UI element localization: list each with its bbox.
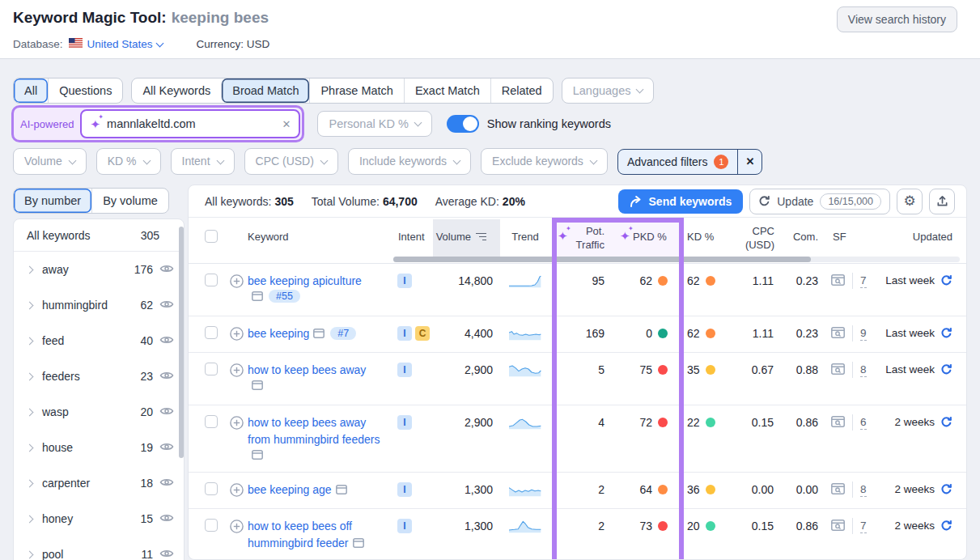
refresh-keyword-icon[interactable]: [940, 363, 952, 375]
send-keywords-button[interactable]: Send keywords: [618, 189, 744, 214]
row-checkbox[interactable]: [205, 274, 218, 286]
add-keyword-icon[interactable]: [230, 416, 244, 433]
row-checkbox[interactable]: [205, 363, 218, 375]
refresh-keyword-icon[interactable]: [940, 483, 952, 495]
filter-exclude-keywords[interactable]: Exclude keywords: [481, 148, 608, 175]
intent-badge-i[interactable]: I: [397, 363, 412, 377]
intent-badge-i[interactable]: I: [397, 415, 412, 430]
ranking-position-badge[interactable]: #55: [269, 290, 300, 303]
all-keywords-header[interactable]: All keywords 305: [14, 219, 184, 252]
intent-badge-i[interactable]: I: [397, 519, 412, 533]
languages-dropdown[interactable]: Languages: [562, 78, 655, 104]
tab-all[interactable]: All: [14, 78, 48, 103]
tab-all-keywords[interactable]: All Keywords: [132, 78, 221, 103]
personal-kd-dropdown[interactable]: Personal KD %: [317, 111, 431, 137]
show-ranking-keywords-toggle[interactable]: [447, 115, 479, 133]
ranking-position-badge[interactable]: #7: [330, 327, 356, 340]
add-keyword-icon[interactable]: [230, 363, 244, 380]
filter-cpc-usd-[interactable]: CPC (USD): [244, 148, 338, 175]
sidebar-group-honey[interactable]: honey15: [14, 501, 184, 537]
advanced-filters-button[interactable]: Advanced filters 1: [618, 150, 738, 174]
update-button[interactable]: Update 16/15,000: [749, 189, 890, 214]
add-keyword-icon[interactable]: [230, 483, 244, 500]
serp-preview-icon[interactable]: [313, 328, 325, 341]
refresh-keyword-icon[interactable]: [940, 327, 952, 339]
eye-toggle-icon[interactable]: [159, 548, 174, 560]
tab-phrase-match[interactable]: Phrase Match: [309, 78, 403, 103]
sidebar-group-carpenter[interactable]: carpenter18: [14, 465, 184, 501]
serp-preview-icon[interactable]: [252, 449, 263, 462]
sidebar-group-pool[interactable]: pool11: [14, 537, 184, 560]
sidebar-group-away[interactable]: away176: [14, 252, 184, 287]
col-trend[interactable]: Trend: [500, 231, 550, 243]
select-all-checkbox[interactable]: [205, 230, 218, 243]
database-selector[interactable]: United States: [87, 38, 163, 50]
tab-related[interactable]: Related: [490, 78, 553, 103]
eye-toggle-icon[interactable]: [159, 299, 174, 312]
col-updated[interactable]: Updated: [839, 231, 952, 243]
sidebar-scrollbar[interactable]: [179, 227, 184, 458]
filter-intent[interactable]: Intent: [171, 148, 235, 175]
col-volume[interactable]: Volume: [428, 231, 486, 243]
filter-include-keywords[interactable]: Include keywords: [348, 148, 471, 175]
col-kd[interactable]: KD %: [687, 231, 714, 243]
filter-kd-[interactable]: KD %: [96, 148, 161, 175]
tab-broad-match[interactable]: Broad Match: [221, 78, 309, 103]
row-checkbox[interactable]: [205, 519, 218, 532]
sidebar-tab-by-number[interactable]: By number: [14, 189, 91, 213]
serp-preview-icon[interactable]: [252, 380, 263, 392]
table-settings-button[interactable]: ⚙: [897, 189, 923, 214]
sidebar-group-wasp[interactable]: wasp20: [14, 394, 184, 430]
tab-exact-match[interactable]: Exact Match: [404, 78, 490, 103]
filter-volume[interactable]: Volume: [13, 148, 87, 175]
intent-badge-i[interactable]: I: [397, 326, 412, 341]
eye-toggle-icon[interactable]: [159, 370, 174, 383]
keyword-link[interactable]: bee keeping age: [248, 483, 332, 496]
add-keyword-icon[interactable]: [230, 327, 244, 344]
sidebar-group-feed[interactable]: feed40: [14, 323, 184, 358]
eye-toggle-icon[interactable]: [159, 441, 174, 454]
clear-advanced-filters-button[interactable]: ✕: [737, 150, 762, 174]
sidebar-group-feeders[interactable]: feeders23: [14, 358, 184, 394]
sidebar-tab-by-volume[interactable]: By volume: [91, 189, 168, 213]
domain-input[interactable]: ✦✦ mannlakeltd.com ✕: [80, 109, 300, 138]
eye-toggle-icon[interactable]: [159, 477, 174, 490]
col-pkd[interactable]: PKD %: [633, 231, 667, 243]
view-search-history-button[interactable]: View search history: [837, 6, 957, 32]
export-button[interactable]: [929, 189, 955, 214]
refresh-keyword-icon[interactable]: [940, 274, 952, 286]
eye-toggle-icon[interactable]: [159, 405, 174, 418]
row-checkbox[interactable]: [205, 415, 218, 428]
intent-badge-i[interactable]: I: [397, 274, 412, 288]
intent-badge-i[interactable]: I: [397, 482, 412, 497]
col-pot-traffic[interactable]: Pot.Traffic: [545, 224, 605, 252]
pkd-cell: 72: [595, 416, 668, 429]
serp-preview-icon[interactable]: [353, 537, 364, 550]
row-checkbox[interactable]: [205, 326, 218, 339]
serp-preview-icon[interactable]: [336, 484, 347, 497]
keyword-link[interactable]: how to keep bees away from hummingbird f…: [248, 416, 380, 446]
eye-toggle-icon[interactable]: [159, 263, 174, 276]
keyword-link[interactable]: how to keep bees away: [248, 363, 366, 376]
keyword-link[interactable]: bee keeping apiculture: [248, 274, 362, 287]
col-keyword[interactable]: Keyword: [248, 231, 289, 243]
clear-input-icon[interactable]: ✕: [282, 118, 291, 130]
sidebar-group-hummingbird[interactable]: hummingbird62: [14, 287, 184, 323]
eye-toggle-icon[interactable]: [159, 334, 174, 347]
tab-questions[interactable]: Questions: [48, 78, 122, 103]
horizontal-scrollbar-thumb[interactable]: [393, 257, 811, 262]
serp-preview-icon[interactable]: [252, 291, 263, 303]
col-com[interactable]: Com.: [770, 231, 818, 243]
horizontal-scrollbar-track[interactable]: [393, 257, 960, 262]
eye-toggle-icon[interactable]: [159, 512, 174, 525]
keyword-link[interactable]: bee keeping: [248, 327, 309, 340]
col-cpc[interactable]: CPC(USD): [723, 224, 774, 252]
add-keyword-icon[interactable]: [230, 274, 244, 291]
sidebar-group-house[interactable]: house19: [14, 430, 184, 465]
refresh-keyword-icon[interactable]: [940, 520, 952, 532]
refresh-keyword-icon[interactable]: [940, 416, 952, 428]
col-intent[interactable]: Intent: [398, 231, 425, 243]
add-keyword-icon[interactable]: [230, 520, 244, 537]
keyword-link[interactable]: how to keep bees off hummingbird feeder: [248, 520, 352, 549]
row-checkbox[interactable]: [205, 482, 218, 495]
